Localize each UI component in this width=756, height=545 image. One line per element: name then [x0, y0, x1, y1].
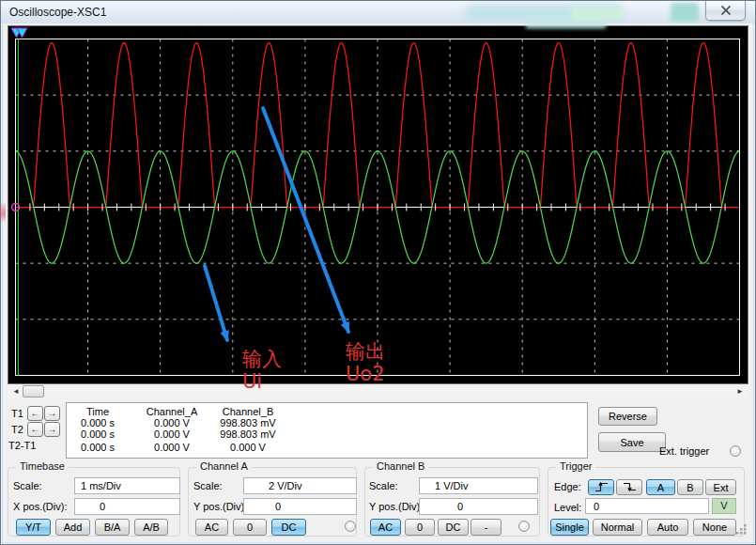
group-title: Channel A: [196, 460, 252, 472]
timebase-xpos-label: X pos.(Div):: [13, 501, 67, 512]
close-button[interactable]: [705, 1, 746, 21]
right-arrow-icon: →: [48, 424, 57, 434]
t2-time: 0.000 s: [70, 428, 125, 440]
t2-move-right-button[interactable]: →: [44, 422, 60, 437]
group-title: Timebase: [16, 460, 69, 472]
left-arrow-icon: ←: [31, 424, 40, 434]
scope-scrollbar[interactable]: ◄ ►: [8, 384, 748, 398]
left-arrow-icon: ←: [31, 408, 40, 418]
trigger-source-b-button[interactable]: B: [677, 479, 703, 495]
waveform-annotation-sublabel: Uo2: [346, 364, 385, 384]
right-arrow-icon: →: [48, 408, 57, 418]
cursor-delta-label: T2-T1: [8, 440, 36, 451]
channel-b-ac-button[interactable]: AC: [370, 519, 401, 536]
waveform-annotation-label: 输入: [242, 349, 282, 369]
oscilloscope-window: Oscilloscope-XSC1 输入Ui输出Uo2 ◄ ► T1 ← → T…: [0, 0, 756, 545]
group-title: Trigger: [556, 460, 595, 472]
t1-channel-b: 998.803 mV: [208, 417, 288, 428]
trigger-source-a-button[interactable]: A: [646, 479, 675, 495]
scrollbar-left-arrow-icon[interactable]: ◄: [12, 386, 20, 397]
timebase-scale-input[interactable]: [74, 477, 180, 494]
trigger-level-unit: V: [712, 498, 736, 514]
reverse-button[interactable]: Reverse: [598, 407, 657, 426]
trigger-group: Trigger Edge: A B Ext Level: V Single No…: [548, 467, 745, 537]
trigger-mode-none-button[interactable]: None: [693, 519, 736, 536]
cursor-t2-label: T2: [11, 424, 23, 435]
trigger-level-input[interactable]: [585, 498, 709, 514]
title-bar: Oscilloscope-XSC1: [1, 1, 755, 23]
t1-time: 0.000 s: [70, 417, 125, 428]
measurement-table: Time Channel_A Channel_B 0.000 s 0.000 V…: [66, 402, 588, 459]
cursor-t1-label: T1: [11, 408, 23, 419]
trigger-edge-rising-icon: [594, 481, 609, 492]
channel-b-ypos-label: Y pos.(Div):: [369, 501, 423, 512]
ext-trigger-label: Ext. trigger: [659, 445, 709, 457]
channel-a-ypos-input[interactable]: [243, 498, 357, 515]
scope-screen: [10, 27, 746, 382]
save-button[interactable]: Save: [598, 432, 666, 452]
glass-reflection: [571, 6, 623, 21]
trigger-mode-single-button[interactable]: Single: [550, 519, 589, 536]
timebase-group: Timebase Scale: X pos.(Div): Y/T Add B/A…: [8, 467, 180, 537]
channel-a-dc-button[interactable]: DC: [271, 519, 306, 536]
glass-artifact: [526, 23, 606, 28]
trigger-edge-falling-button[interactable]: [616, 479, 642, 495]
trigger-edge-rising-button[interactable]: [588, 479, 614, 495]
channel-a-terminal: [345, 521, 356, 532]
waveform-annotation-label: 输出: [346, 341, 385, 362]
channel-b-terminal: [518, 521, 530, 532]
channel-a-ac-button[interactable]: AC: [195, 519, 228, 536]
channel-b-minus-button[interactable]: -: [471, 519, 501, 536]
group-title: Channel B: [373, 460, 428, 472]
delta-channel-b: 0.000 V: [208, 442, 288, 453]
delta-time: 0.000 s: [70, 442, 125, 453]
t1-move-left-button[interactable]: ←: [27, 406, 43, 421]
resize-grip[interactable]: [735, 523, 748, 537]
channel-a-ypos-label: Y pos.(Div):: [193, 501, 247, 512]
t1-channel-a: 0.000 V: [138, 417, 206, 428]
t2-channel-a: 0.000 V: [138, 428, 206, 440]
close-icon: [720, 6, 732, 15]
channel-b-dc-button[interactable]: DC: [438, 519, 469, 536]
delta-channel-a: 0.000 V: [138, 442, 206, 453]
channel-position-marker: [1, 202, 6, 223]
column-header-channel-b: Channel_B: [208, 406, 288, 417]
channel-a-scale-input[interactable]: [243, 477, 357, 494]
trigger-level-label: Level:: [554, 502, 581, 513]
channel-b-scale-label: Scale:: [369, 480, 398, 491]
trigger-mode-normal-button[interactable]: Normal: [593, 519, 642, 536]
trigger-mode-auto-button[interactable]: Auto: [647, 519, 688, 536]
timebase-mode-yt-button[interactable]: Y/T: [16, 519, 51, 536]
column-header-channel-a: Channel_A: [138, 406, 206, 417]
channel-a-group: Channel A Scale: Y pos.(Div): AC 0 DC: [188, 467, 357, 537]
t2-move-left-button[interactable]: ←: [27, 422, 43, 437]
t2-channel-b: 998.803 mV: [208, 428, 288, 440]
channel-a-zero-button[interactable]: 0: [233, 519, 267, 536]
channel-b-scale-input[interactable]: [419, 477, 538, 494]
channel-b-zero-button[interactable]: 0: [405, 519, 435, 536]
channel-a-scale-label: Scale:: [193, 480, 223, 491]
timebase-mode-ab-button[interactable]: A/B: [134, 519, 168, 536]
timebase-scale-label: Scale:: [13, 480, 42, 491]
window-title: Oscilloscope-XSC1: [9, 6, 106, 19]
column-header-time: Time: [70, 406, 125, 417]
glass-reflection: [671, 3, 699, 22]
scrollbar-thumb[interactable]: [23, 385, 44, 397]
trigger-edge-label: Edge:: [554, 481, 581, 492]
trigger-edge-falling-icon: [623, 481, 637, 492]
ext-trigger-terminal: [730, 445, 741, 457]
scrollbar-right-arrow-icon[interactable]: ►: [736, 386, 744, 397]
timebase-mode-ba-button[interactable]: B/A: [95, 519, 130, 536]
trigger-source-ext-button[interactable]: Ext: [705, 479, 736, 495]
waveform-annotation-sublabel: Ui: [242, 371, 262, 392]
channel-b-group: Channel B Scale: Y pos.(Div): AC 0 DC -: [364, 467, 540, 537]
timebase-xpos-input[interactable]: [74, 498, 180, 515]
t1-move-right-button[interactable]: →: [44, 406, 60, 421]
channel-b-ypos-input[interactable]: [419, 498, 538, 515]
timebase-mode-add-button[interactable]: Add: [55, 519, 90, 536]
